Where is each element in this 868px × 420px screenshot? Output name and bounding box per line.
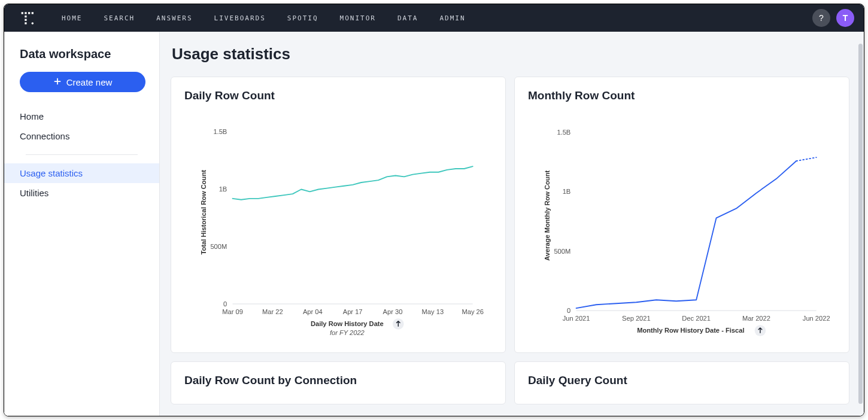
svg-text:Sep 2021: Sep 2021 (622, 315, 651, 322)
sidebar-item-home[interactable]: Home (4, 106, 159, 126)
card-daily-row-count: Daily Row Count 0500M1B1.5BMar 09Mar 22A… (171, 77, 506, 353)
sidebar-divider (26, 154, 138, 155)
svg-text:for FY 2022: for FY 2022 (330, 329, 365, 336)
avatar[interactable]: T (836, 9, 854, 27)
sidebar-item-connections[interactable]: Connections (4, 126, 159, 146)
nav-admin[interactable]: ADMIN (439, 14, 465, 22)
workspace-title: Data workspace (4, 47, 159, 72)
svg-text:Daily Row History Date: Daily Row History Date (311, 320, 384, 327)
sidebar: Data workspace Create new Home Connectio… (4, 32, 160, 416)
svg-text:1B: 1B (563, 188, 571, 195)
svg-text:0: 0 (223, 300, 227, 308)
sidebar-item-utilities[interactable]: Utilities (4, 183, 159, 203)
svg-text:1.5B: 1.5B (557, 129, 570, 136)
svg-text:500M: 500M (554, 248, 570, 255)
card-monthly-row-count: Monthly Row Count 0500M1B1.5BJun 2021Sep… (514, 77, 849, 353)
svg-text:May 26: May 26 (462, 308, 483, 315)
svg-text:Mar 09: Mar 09 (222, 308, 243, 315)
svg-rect-0 (22, 12, 23, 14)
page-title: Usage statistics (172, 45, 849, 63)
svg-text:Dec 2021: Dec 2021 (682, 315, 711, 322)
nav-liveboards[interactable]: LIVEBOARDS (214, 14, 266, 22)
help-button[interactable]: ? (812, 9, 830, 27)
svg-text:0: 0 (567, 307, 570, 314)
create-new-label: Create new (66, 77, 113, 87)
svg-text:1B: 1B (219, 185, 227, 193)
svg-text:Monthly Row History Date - Fis: Monthly Row History Date - Fiscal (637, 327, 744, 334)
svg-text:Total Historical Row Count: Total Historical Row Count (200, 170, 207, 255)
svg-text:500M: 500M (210, 243, 227, 250)
svg-text:Apr 04: Apr 04 (303, 308, 323, 315)
svg-point-7 (32, 22, 34, 25)
nav-monitor[interactable]: MONITOR (340, 14, 376, 22)
svg-text:Apr 17: Apr 17 (343, 308, 363, 315)
svg-rect-2 (28, 12, 30, 14)
app-logo[interactable] (14, 10, 43, 26)
card-title: Daily Row Count (184, 89, 492, 102)
card-daily-row-by-connection: Daily Row Count by Connection (171, 361, 506, 404)
create-new-button[interactable]: Create new (20, 72, 145, 92)
nav-home[interactable]: HOME (62, 14, 83, 22)
nav-spotiq[interactable]: SPOTIQ (287, 14, 318, 22)
svg-text:Jun 2022: Jun 2022 (803, 315, 830, 322)
svg-text:Jun 2021: Jun 2021 (563, 315, 590, 322)
main-content: Usage statistics Daily Row Count 0500M1B… (160, 32, 864, 416)
scrollbar[interactable] (858, 44, 863, 404)
plus-icon (53, 77, 62, 87)
top-nav: HOME SEARCH ANSWERS LIVEBOARDS SPOTIQ MO… (62, 14, 812, 22)
card-title: Monthly Row Count (528, 89, 836, 102)
svg-text:1.5B: 1.5B (213, 128, 227, 135)
chart-monthly-row[interactable]: 0500M1B1.5BJun 2021Sep 2021Dec 2021Mar 2… (528, 109, 836, 343)
card-daily-query-count: Daily Query Count (514, 361, 849, 404)
svg-text:Mar 22: Mar 22 (262, 308, 283, 315)
svg-rect-1 (25, 12, 26, 14)
chart-daily-row[interactable]: 0500M1B1.5BMar 09Mar 22Apr 04Apr 17Apr 3… (184, 109, 492, 343)
svg-rect-3 (32, 12, 34, 14)
svg-rect-6 (25, 22, 26, 24)
svg-text:Average Monthly Row Count: Average Monthly Row Count (544, 171, 551, 261)
svg-rect-5 (25, 19, 26, 21)
card-title: Daily Query Count (528, 374, 836, 387)
sidebar-item-usage-statistics[interactable]: Usage statistics (4, 163, 159, 183)
svg-text:Mar 2022: Mar 2022 (742, 315, 770, 322)
card-title: Daily Row Count by Connection (184, 374, 492, 387)
topbar: HOME SEARCH ANSWERS LIVEBOARDS SPOTIQ MO… (4, 4, 864, 32)
nav-search[interactable]: SEARCH (104, 14, 135, 22)
nav-answers[interactable]: ANSWERS (156, 14, 192, 22)
svg-text:May 13: May 13 (422, 308, 444, 315)
svg-text:Apr 30: Apr 30 (383, 308, 403, 315)
nav-data[interactable]: DATA (397, 14, 418, 22)
svg-rect-4 (25, 16, 26, 17)
